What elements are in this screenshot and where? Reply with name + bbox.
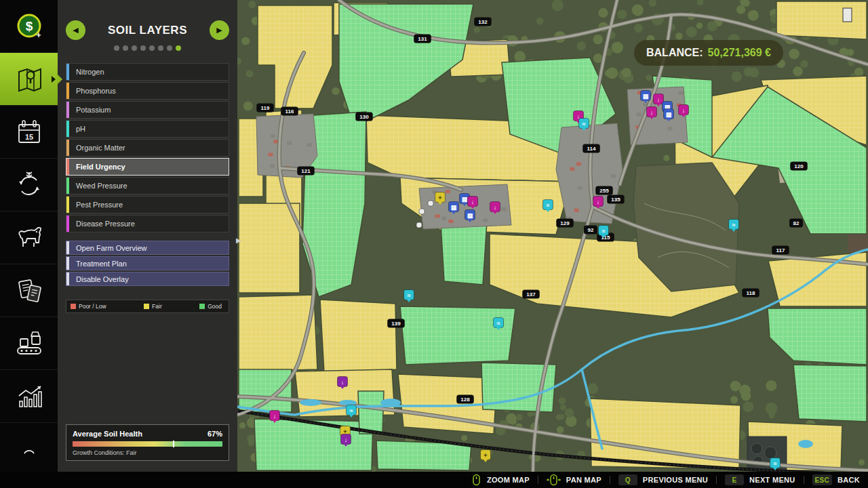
overview-map[interactable]: 1321311191161301211142551351299211512082… — [237, 0, 868, 472]
forest-tree — [556, 414, 562, 420]
page-dot[interactable] — [123, 45, 128, 51]
sidebar: $ + 15 — [0, 0, 58, 472]
village-building — [435, 214, 440, 218]
hint-separator — [538, 476, 538, 484]
map-marker-white[interactable] — [419, 209, 425, 214]
sidebar-item-statistics[interactable] — [0, 370, 58, 423]
legend-entry: Fair — [144, 303, 162, 310]
page-dot[interactable] — [149, 45, 155, 51]
layer-label: Disease Pressure — [76, 220, 135, 228]
village-building — [637, 113, 642, 116]
previous-page-button[interactable]: ◀ — [66, 20, 85, 40]
badge-text: 129 — [560, 220, 570, 226]
village-building — [449, 220, 454, 223]
field-good[interactable] — [239, 369, 292, 412]
forest-tree — [743, 401, 754, 412]
marker-glyph: ↓ — [657, 96, 660, 103]
bottom-hint-bar: ZOOM MAP PAN MAPQPREVIOUS MENUENEXT MENU… — [0, 472, 868, 488]
button-label: Treatment Plan — [76, 260, 127, 268]
hint-next-menu: ENEXT MENU — [725, 474, 795, 485]
forest-tree — [730, 396, 738, 403]
panel-expand-arrow-icon[interactable]: ▶ — [236, 237, 241, 244]
layer-item-weed-pressure[interactable]: Weed Pressure — [66, 177, 229, 195]
map-marker-white[interactable] — [416, 222, 422, 228]
layer-item-field-urgency[interactable]: Field Urgency — [66, 158, 229, 176]
layer-item-pest-pressure[interactable]: Pest Pressure — [66, 196, 229, 214]
marker-glyph: ≈ — [583, 121, 586, 127]
map-marker-white[interactable] — [428, 201, 433, 206]
field-good[interactable] — [441, 222, 487, 285]
forest-tree — [565, 408, 574, 418]
layer-label: Organic Matter — [76, 144, 125, 152]
page-dot[interactable] — [132, 45, 137, 51]
layer-item-phosphorus[interactable]: Phosphorus — [66, 82, 229, 100]
forest-tree — [617, 9, 627, 19]
sidebar-item-finances[interactable]: $ + — [0, 0, 58, 53]
page-dot[interactable] — [140, 45, 146, 51]
soil-health-box: Average Soil Health 67% Growth Condition… — [66, 424, 229, 461]
sidebar-item-animals[interactable] — [0, 211, 58, 264]
crop-rotation-icon — [14, 169, 45, 201]
field-good[interactable] — [793, 365, 867, 422]
forest-tree — [560, 405, 566, 411]
open-farm-overview-button[interactable]: Open Farm Overview — [66, 241, 229, 255]
badge-text: 131 — [418, 36, 427, 42]
badge-text: 92 — [588, 227, 594, 233]
field-good[interactable] — [254, 419, 373, 470]
marker-glyph: ≈ — [602, 228, 606, 235]
hint-back: ESCBACK — [812, 474, 860, 485]
village-building — [270, 165, 275, 168]
legend-label: Poor / Low — [79, 303, 106, 310]
page-dot[interactable] — [114, 45, 119, 51]
page-dot[interactable] — [167, 45, 172, 51]
sidebar-item-production[interactable] — [0, 317, 58, 370]
layer-item-disease-pressure[interactable]: Disease Pressure — [66, 215, 229, 232]
field-number-badge: 118 — [742, 289, 760, 298]
disable-overlay-button[interactable]: Disable Overlay — [66, 272, 229, 286]
field-number-badge: 132 — [474, 18, 492, 26]
forest-tree — [527, 411, 533, 417]
village-building — [668, 127, 673, 130]
field-fair[interactable] — [320, 300, 397, 373]
field-fair[interactable] — [776, 1, 867, 39]
layer-label: Weed Pressure — [76, 182, 127, 190]
field-number-badge: 119 — [256, 104, 274, 113]
badge-text: 120 — [794, 163, 804, 169]
badge-text: 121 — [301, 168, 311, 174]
badge-text: 139 — [391, 321, 401, 327]
layer-item-potassium[interactable]: Potassium — [66, 101, 229, 119]
sidebar-item-crop-rotation[interactable] — [0, 159, 58, 211]
layer-item-nitrogen[interactable]: Nitrogen — [66, 63, 229, 81]
forest-tree — [536, 18, 544, 25]
forest-tree — [744, 67, 753, 77]
layer-item-ph[interactable]: pH — [66, 120, 229, 138]
field-fair[interactable] — [239, 203, 300, 293]
page-dot[interactable] — [158, 45, 163, 51]
field-number-badge: 120 — [790, 162, 808, 171]
layer-item-organic-matter[interactable]: Organic Matter — [66, 139, 229, 157]
next-page-button[interactable]: ▶ — [210, 20, 229, 40]
village-building — [576, 162, 581, 165]
field-good[interactable] — [400, 306, 515, 365]
hint-separator — [610, 476, 610, 484]
badge-text: 137 — [526, 291, 536, 298]
badge-text: 117 — [776, 247, 785, 253]
treatment-plan-button[interactable]: Treatment Plan — [66, 256, 229, 270]
field-number-badge: 129 — [556, 219, 574, 228]
legend-label: Good — [208, 303, 222, 310]
layer-label: Pest Pressure — [76, 201, 123, 209]
balance-value: 50,271,369 € — [708, 47, 771, 59]
map-area[interactable]: 1321311191161301211142551351299211512082… — [237, 0, 868, 472]
sidebar-item-map[interactable] — [0, 53, 58, 106]
field-good[interactable] — [358, 391, 384, 434]
forest-tree — [239, 422, 245, 428]
building — [843, 8, 852, 22]
forest-tree — [559, 397, 566, 405]
sidebar-item-contracts[interactable] — [0, 264, 58, 317]
sidebar-item-help[interactable] — [0, 423, 58, 462]
marker-glyph: ↓ — [344, 436, 348, 443]
forest-tree — [332, 87, 339, 95]
forest-tree — [241, 37, 250, 45]
sidebar-item-calendar[interactable]: 15 — [0, 106, 58, 159]
page-dot[interactable] — [176, 45, 181, 51]
